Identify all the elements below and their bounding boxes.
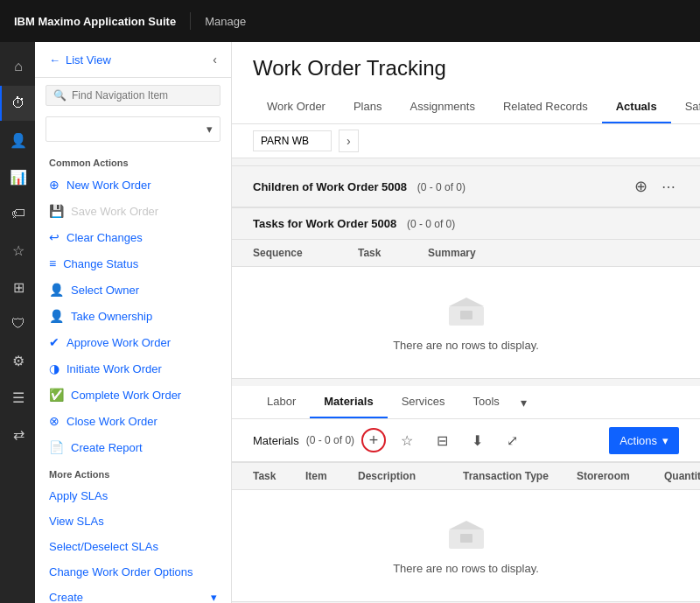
sidebar-item-save-work-order: 💾 Save Work Order bbox=[35, 198, 231, 224]
history-icon: ⏱ bbox=[11, 95, 25, 111]
topbar: IBM Maximo Application Suite Manage bbox=[0, 0, 700, 42]
rail-person[interactable]: 👤 bbox=[0, 123, 35, 158]
tasks-section: Tasks for Work Order 5008 (0 - 0 of 0) S… bbox=[232, 208, 700, 379]
rail-home[interactable]: ⌂ bbox=[0, 49, 35, 84]
tab-plans[interactable]: Plans bbox=[340, 91, 396, 123]
actions-label: Actions bbox=[620, 434, 657, 447]
sidebar-item-clear-changes[interactable]: ↩ Clear Changes bbox=[35, 224, 231, 250]
tasks-table-header: Sequence Task Summary bbox=[232, 240, 700, 267]
tasks-section-title-area: Tasks for Work Order 5008 (0 - 0 of 0) bbox=[253, 217, 455, 230]
sub-tab-overflow-button[interactable]: ▾ bbox=[514, 387, 534, 418]
sidebar-dropdown[interactable]: ▾ bbox=[46, 116, 220, 142]
tab-actuals[interactable]: Actuals bbox=[602, 91, 671, 123]
sidebar-search-icon: 🔍 bbox=[53, 89, 66, 102]
close-icon: ⊗ bbox=[49, 414, 60, 428]
sub-tab-tools[interactable]: Tools bbox=[458, 386, 513, 418]
sub-tab-labor[interactable]: Labor bbox=[253, 386, 310, 418]
common-actions-title: Common Actions bbox=[35, 149, 231, 172]
rail-settings[interactable]: ⚙ bbox=[0, 343, 35, 378]
sidebar-item-apply-slas[interactable]: Apply SLAs bbox=[35, 483, 231, 508]
rail-history[interactable]: ⏱ bbox=[0, 86, 35, 121]
sidebar-item-take-ownership[interactable]: 👤 Take Ownership bbox=[35, 303, 231, 329]
tab-safety-plan[interactable]: Safety Plan bbox=[671, 91, 700, 123]
sub-tab-services[interactable]: Services bbox=[388, 386, 459, 418]
sidebar-item-new-work-order-label: New Work Order bbox=[66, 179, 151, 192]
settings-icon: ⚙ bbox=[12, 353, 24, 369]
breadcrumb-input[interactable] bbox=[253, 130, 332, 151]
sidebar-item-approve-label: Approve Work Order bbox=[66, 336, 171, 349]
page-title: Work Order Tracking bbox=[253, 56, 679, 81]
topbar-divider bbox=[190, 12, 191, 30]
actions-dropdown-button[interactable]: Actions ▾ bbox=[609, 427, 679, 454]
breadcrumb-bar: › bbox=[232, 124, 700, 158]
tab-assignments[interactable]: Assignments bbox=[396, 91, 488, 123]
sidebar-create-label: Create bbox=[49, 591, 83, 603]
materials-filter-button[interactable]: ⊟ bbox=[428, 426, 456, 454]
tasks-col-task: Task bbox=[358, 247, 428, 259]
shield-icon: 🛡 bbox=[11, 316, 25, 332]
sidebar-item-initiate-work-order[interactable]: ◑ Initiate Work Order bbox=[35, 355, 231, 382]
tasks-title: Tasks for Work Order 5008 bbox=[253, 217, 396, 230]
sidebar-item-change-status[interactable]: ≡ Change Status bbox=[35, 250, 231, 277]
sidebar-item-change-work-order-options[interactable]: Change Work Order Options bbox=[35, 559, 231, 585]
take-ownership-icon: 👤 bbox=[49, 309, 64, 323]
rail-shield[interactable]: 🛡 bbox=[0, 306, 35, 341]
home-icon: ⌂ bbox=[14, 59, 23, 74]
chart-icon: 📊 bbox=[10, 169, 27, 186]
sidebar-item-select-owner-label: Select Owner bbox=[71, 284, 139, 297]
add-circle-icon: ⊕ bbox=[49, 178, 60, 192]
sidebar-item-view-slas[interactable]: View SLAs bbox=[35, 508, 231, 534]
main-content: Work Order Tracking Work Order Plans Ass… bbox=[232, 42, 700, 603]
children-overflow-button[interactable]: ⋯ bbox=[658, 177, 679, 197]
children-add-button[interactable]: ⊕ bbox=[631, 175, 651, 198]
download-icon: ⬇ bbox=[472, 432, 483, 449]
report-icon: 📄 bbox=[49, 440, 64, 454]
tasks-col-summary: Summary bbox=[428, 247, 679, 259]
sidebar-item-new-work-order[interactable]: ⊕ New Work Order bbox=[35, 172, 231, 198]
rail-tag[interactable]: 🏷 bbox=[0, 196, 35, 231]
approve-icon: ✔ bbox=[49, 335, 60, 349]
sidebar-item-create[interactable]: Create ▾ bbox=[35, 585, 231, 603]
tasks-empty-state: There are no rows to display. bbox=[232, 267, 700, 378]
mat-col-quantity: Quantity bbox=[664, 470, 700, 482]
rail-star[interactable]: ☆ bbox=[0, 233, 35, 268]
children-count: (0 - 0 of 0) bbox=[417, 181, 466, 193]
tabs-bar: Work Order Plans Assignments Related Rec… bbox=[253, 91, 679, 123]
sidebar-back-button[interactable]: ← List View bbox=[49, 53, 111, 67]
sidebar-item-select-deselect-slas[interactable]: Select/Deselect SLAs bbox=[35, 534, 231, 559]
sidebar-item-close-work-order[interactable]: ⊗ Close Work Order bbox=[35, 408, 231, 434]
grid-icon: ⊞ bbox=[13, 279, 24, 296]
materials-toolbar: Materials (0 - 0 of 0) + ☆ ⊟ ⬇ ⤢ bbox=[232, 419, 700, 462]
materials-add-button[interactable]: + bbox=[361, 428, 386, 452]
rail-arrows[interactable]: ⇄ bbox=[0, 417, 35, 452]
tag-icon: 🏷 bbox=[11, 206, 25, 221]
materials-expand-button[interactable]: ⤢ bbox=[498, 426, 526, 454]
sidebar-search-input[interactable] bbox=[72, 89, 213, 102]
sidebar-item-close-label: Close Work Order bbox=[66, 415, 158, 428]
materials-download-button[interactable]: ⬇ bbox=[463, 426, 491, 454]
sidebar-collapse-button[interactable]: ‹ bbox=[213, 53, 217, 67]
materials-empty-state: There are no rows to display. bbox=[232, 490, 700, 602]
children-section: Children of Work Order 5008 (0 - 0 of 0)… bbox=[232, 165, 700, 208]
mat-col-description: Description bbox=[358, 470, 463, 482]
breadcrumb-arrow-button[interactable]: › bbox=[339, 130, 359, 152]
sidebar-item-approve-work-order[interactable]: ✔ Approve Work Order bbox=[35, 329, 231, 355]
rail-grid[interactable]: ⊞ bbox=[0, 270, 35, 305]
sidebar-item-create-report-label: Create Report bbox=[71, 441, 143, 454]
sidebar-item-complete-work-order[interactable]: ✅ Complete Work Order bbox=[35, 382, 231, 408]
tasks-col-sequence: Sequence bbox=[253, 247, 358, 259]
tab-related-records[interactable]: Related Records bbox=[489, 91, 602, 123]
materials-star-button[interactable]: ☆ bbox=[393, 426, 421, 454]
sidebar-item-select-owner[interactable]: 👤 Select Owner bbox=[35, 277, 231, 303]
list-icon: ☰ bbox=[12, 389, 24, 406]
rail-chart[interactable]: 📊 bbox=[0, 159, 35, 194]
children-section-header: Children of Work Order 5008 (0 - 0 of 0)… bbox=[232, 166, 700, 207]
sidebar-item-create-report[interactable]: 📄 Create Report bbox=[35, 434, 231, 460]
actions-chevron-icon: ▾ bbox=[662, 434, 668, 447]
sidebar-item-take-ownership-label: Take Ownership bbox=[71, 310, 152, 323]
rail-list[interactable]: ☰ bbox=[0, 380, 35, 415]
sub-tab-materials[interactable]: Materials bbox=[310, 386, 387, 418]
sidebar-item-complete-label: Complete Work Order bbox=[71, 389, 181, 402]
sidebar-header: ← List View ‹ bbox=[35, 42, 231, 78]
tab-work-order[interactable]: Work Order bbox=[253, 91, 340, 123]
